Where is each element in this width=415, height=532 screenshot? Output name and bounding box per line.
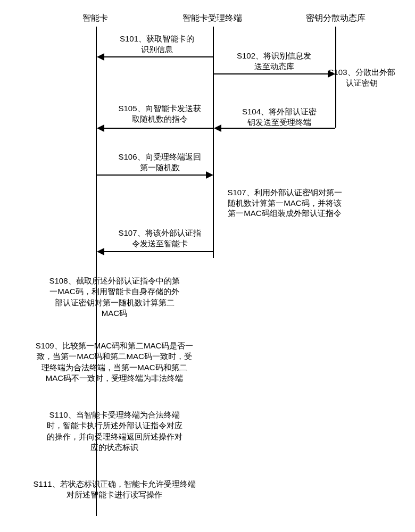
arrow-head-s107b xyxy=(97,248,104,255)
msg-s104: S104、将外部认证密钥发送至受理终端 xyxy=(229,106,330,127)
msg-s108: S108、截取所述外部认证指令中的第一MAC码，利用智能卡自身存储的外部认证密钥… xyxy=(27,276,202,319)
participant-terminal: 智能卡受理终端 xyxy=(182,13,242,24)
arrow-s107b xyxy=(103,251,213,252)
msg-s107b: S107、将该外部认证指令发送至智能卡 xyxy=(106,228,213,248)
lifeline-terminal xyxy=(213,27,214,258)
arrow-head-s106 xyxy=(206,171,213,179)
msg-s106: S106、向受理终端返回第一随机数 xyxy=(106,152,213,172)
msg-s111: S111、若状态标识正确，智能卡允许受理终端对所述智能卡进行读写操作 xyxy=(8,479,221,501)
msg-s101: S101、获取智能卡的识别信息 xyxy=(109,34,205,54)
arrow-s106 xyxy=(97,174,207,176)
msg-s110: S110、当智能卡受理终端为合法终端时，智能卡执行所述外部认证指令对应的操作，并… xyxy=(27,410,202,453)
msg-s107a: S107、利用外部认证密钥对第一随机数计算第一MAC码，并将该第一MAC码组装成… xyxy=(210,187,359,219)
arrow-s105 xyxy=(103,128,213,129)
arrow-s102 xyxy=(214,73,329,74)
arrow-s101 xyxy=(103,56,213,57)
arrow-head-s104 xyxy=(214,124,221,132)
arrow-head-s101 xyxy=(97,53,104,61)
msg-s103: S103、分散出外部认证密钥 xyxy=(319,67,404,88)
msg-s109: S109、比较第一MAC码和第二MAC码是否一致，当第一MAC码和第二MAC码一… xyxy=(16,340,213,384)
arrow-head-s105 xyxy=(97,124,104,132)
arrow-s104 xyxy=(220,128,335,129)
participant-library: 密钥分散动态库 xyxy=(306,13,366,24)
participant-smartcard: 智能卡 xyxy=(82,13,108,24)
msg-s105: S105、向智能卡发送获取随机数的指令 xyxy=(106,103,213,124)
msg-s102: S102、将识别信息发送至动态库 xyxy=(223,51,325,71)
